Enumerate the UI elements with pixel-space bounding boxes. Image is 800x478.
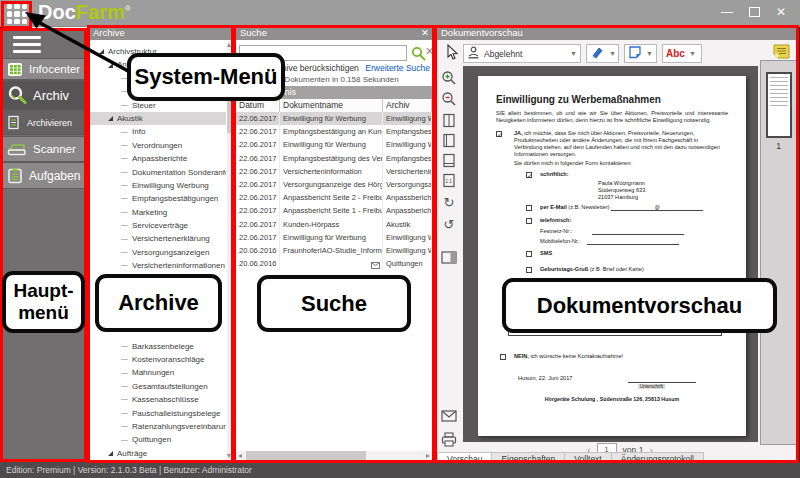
tree-item-label: Verordnungen <box>132 139 182 152</box>
tree-item[interactable]: Kassenabschlüsse <box>89 393 226 406</box>
table-row[interactable]: 22.06.2017Versorgungsanzeige des Hörge..… <box>236 178 432 191</box>
tree-item[interactable]: Kostenvoranschläge <box>89 353 226 366</box>
table-row[interactable]: 22.06.2017Anpassbericht Seite 1 - Freibu… <box>236 204 432 217</box>
tree-item[interactable]: Dokumentation Sonderanfertig... <box>89 166 226 179</box>
print-icon[interactable] <box>440 430 458 448</box>
archive-scrollbar[interactable] <box>227 41 232 460</box>
search-hscrollbar[interactable] <box>236 451 432 461</box>
tree-item[interactable]: Versorgungsanzeigen <box>89 246 226 259</box>
tree-item[interactable]: Quittungen <box>89 433 226 446</box>
tree-item[interactable]: Anpassberichte <box>89 152 226 165</box>
highlighter-dropdown[interactable]: ▼ <box>586 44 619 63</box>
sidebar-item-scanner[interactable]: Scanner <box>2 136 86 162</box>
tree-connector <box>121 105 128 106</box>
tree-item[interactable]: Info <box>89 125 226 138</box>
expander-icon[interactable] <box>99 49 104 54</box>
doc-signature-label: Unterschrift <box>638 384 665 389</box>
table-row[interactable]: 22.06.2017Empfangsbestätigung an KundeEm… <box>236 125 432 138</box>
tree-item[interactable]: Akustik <box>89 112 226 125</box>
table-row[interactable]: 20.06.2016Quittungen <box>236 257 432 270</box>
minimize-button[interactable]: — <box>721 3 733 21</box>
document-page[interactable]: Einwilligung zu Werbemaßnahmen SIE allei… <box>478 76 746 436</box>
doc-footer: Hörgeräte Schulung , Südenstraße 126, 25… <box>478 396 746 402</box>
sidebar-item-archivieren[interactable]: Archivieren <box>2 110 86 135</box>
tree-connector <box>121 413 128 414</box>
email-icon[interactable] <box>440 407 458 425</box>
column-dokumentname[interactable]: Dokumentname <box>280 99 383 112</box>
rotate-counterclockwise-icon[interactable]: ↺ <box>440 215 458 233</box>
tree-item[interactable]: Versichertenerklärung <box>89 232 226 245</box>
table-row[interactable]: 20.06.2016FraunhoferIAO-Studie_Informat.… <box>236 244 432 257</box>
tree-item[interactable]: Verordnungen <box>89 139 226 152</box>
tree-item[interactable]: Lieferscheine <box>89 460 226 461</box>
fit-page-icon[interactable] <box>440 111 458 129</box>
close-icon[interactable]: ✕ <box>421 26 429 40</box>
tree-item[interactable]: Ratenzahlungsvereinbarung <box>89 420 226 433</box>
cell-datum: 20.06.2016 <box>236 244 280 257</box>
system-menu-icon[interactable] <box>7 4 27 24</box>
infocenter-grid-icon <box>7 62 23 77</box>
tree-item[interactable]: Versicherteninformationen <box>89 259 226 272</box>
scrollbar-thumb[interactable] <box>246 451 366 461</box>
zoom-in-icon[interactable] <box>440 69 458 87</box>
result-table-header[interactable]: Datum Dokumentname Archiv <box>236 99 432 113</box>
cell-dokumentname: Einwilligung für Werbung <box>280 231 383 244</box>
tree-item[interactable]: Barkassenbelege <box>89 340 226 353</box>
advanced-search-link[interactable]: Erweiterte Suche <box>365 63 430 73</box>
tree-connector <box>121 225 128 226</box>
page-thumbnail[interactable] <box>766 72 792 138</box>
sidebar-item-infocenter[interactable]: Infocenter <box>2 58 86 80</box>
clear-search-icon[interactable]: ✕ <box>425 45 434 58</box>
maximize-button[interactable] <box>749 7 760 17</box>
fit-height-icon[interactable] <box>440 151 458 169</box>
scroll-up-icon[interactable] <box>227 43 231 47</box>
tree-item[interactable]: Gesamtaufstellungen <box>89 380 226 393</box>
search-icon <box>7 85 27 105</box>
expander-icon[interactable] <box>108 451 113 456</box>
scroll-left-icon[interactable] <box>238 454 242 458</box>
tree-item-label: Versicherteninformationen <box>132 259 225 272</box>
fit-width-icon[interactable] <box>440 131 458 149</box>
abc-text-icon: Abc <box>666 48 685 59</box>
zoom-out-icon[interactable] <box>440 90 458 108</box>
column-archiv[interactable]: Archiv <box>383 99 432 112</box>
rotate-clockwise-icon[interactable]: ↻ <box>440 193 458 211</box>
cursor-arrow-icon[interactable] <box>445 44 459 65</box>
actual-size-icon[interactable]: 1:1 <box>440 171 458 189</box>
tree-item[interactable]: Marketing <box>89 206 226 219</box>
table-row[interactable]: 22.06.2017Kunden-HörpassAkustik <box>236 218 432 231</box>
tree-item[interactable]: Einwilligung Werbung <box>89 179 226 192</box>
close-window-button[interactable]: ✕ <box>776 3 786 21</box>
tree-item[interactable]: Serviceverträge <box>89 219 226 232</box>
note-dropdown[interactable]: ▼ <box>624 44 657 63</box>
text-annotation-dropdown[interactable]: Abc ▼ <box>662 44 702 63</box>
table-row[interactable]: 22.06.2017Anpassbericht Seite 2 - Freibu… <box>236 191 432 204</box>
scroll-right-icon[interactable] <box>426 454 430 458</box>
table-row[interactable]: 22.06.2017VersicherteninformationVersich… <box>236 165 432 178</box>
tree-item[interactable]: Mahnungen <box>89 366 226 379</box>
expander-icon[interactable] <box>108 63 113 68</box>
cell-archiv: Einwilligung Werbung <box>383 112 432 125</box>
sidebar-item-archiv[interactable]: Archiv <box>2 80 86 110</box>
sidebar-item-aufgaben[interactable]: Aufgaben <box>2 162 86 189</box>
table-row[interactable]: 22.06.2017Empfangsbestätigung des Versi.… <box>236 152 432 165</box>
tree-item-label: Lieferscheine <box>132 460 180 461</box>
tree-connector <box>121 172 128 173</box>
tree-item[interactable]: Aufträge <box>89 447 226 460</box>
table-row[interactable]: 22.06.2017Einwilligung für WerbungEinwil… <box>236 231 432 244</box>
thumbnail-panel-toggle-icon[interactable] <box>440 248 458 266</box>
table-row[interactable]: 22.06.2017Einwilligung für WerbungEinwil… <box>236 112 432 125</box>
tree-connector <box>121 145 128 146</box>
stamp-dropdown[interactable]: Abgelehnt ▼ <box>463 44 581 63</box>
hamburger-icon[interactable] <box>13 36 41 57</box>
expander-icon[interactable] <box>108 116 113 121</box>
tree-item[interactable]: Empfangsbestätigungen <box>89 192 226 205</box>
tree-item-label: Gesamtaufstellungen <box>132 380 208 393</box>
doc-mobil: Mobiltelefon-Nr.: <box>540 238 679 245</box>
cell-dokumentname: Anpassbericht Seite 2 - Freibur... <box>280 191 383 204</box>
tree-connector <box>121 198 128 199</box>
table-row[interactable]: 22.06.2017Einwilligung für WerbungEinwil… <box>236 138 432 151</box>
tree-item[interactable]: Pauschalleistungsbelege <box>89 407 226 420</box>
doc-telefonisch: telefonisch: <box>540 217 571 224</box>
scroll-down-icon[interactable] <box>227 454 231 458</box>
